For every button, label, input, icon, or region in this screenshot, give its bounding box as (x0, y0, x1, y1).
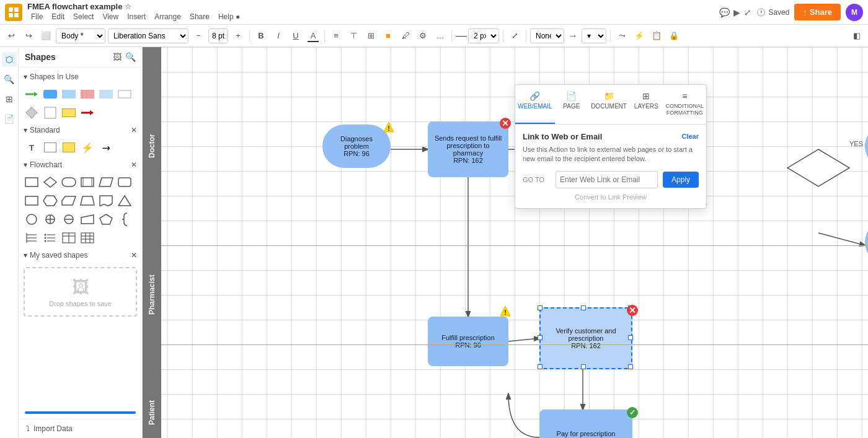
share-button[interactable]: ↑ Share (794, 4, 841, 20)
node-continue-prescription[interactable]: Continue prescriptionRPN: 96 (865, 125, 868, 168)
menu-file[interactable]: File (27, 11, 46, 22)
shape-green-arrow[interactable] (24, 86, 40, 102)
std-text[interactable]: T (24, 139, 40, 155)
standard-section-header[interactable]: ▾ Standard ✕ (19, 123, 142, 137)
connection-style-select[interactable]: None (530, 28, 564, 43)
fc-manual[interactable] (79, 211, 95, 227)
fc-triangle[interactable] (117, 193, 133, 209)
lock-btn[interactable]: 🔒 (666, 28, 681, 43)
fc-diamond[interactable] (42, 174, 58, 190)
std-lightning[interactable]: ⚡ (79, 139, 95, 155)
line-style-preview[interactable]: — (456, 29, 467, 42)
node-sends-request[interactable]: Sends request to fulfill prescription to… (428, 121, 508, 177)
standard-close-btn[interactable]: ✕ (131, 126, 137, 134)
text-align-btn[interactable]: ⊤ (346, 28, 361, 43)
popup-clear-btn[interactable]: Clear (681, 133, 699, 140)
shape-rect-ltblue[interactable] (98, 86, 114, 102)
fc-parallelogram[interactable] (98, 174, 114, 190)
std-yellow[interactable] (61, 139, 77, 155)
menu-help[interactable]: Help ● (215, 11, 244, 22)
right-panel-toggle[interactable]: ◧ (849, 28, 864, 43)
bold-button[interactable]: B (254, 28, 268, 43)
fc-brace-l[interactable] (117, 211, 133, 227)
edit-style-btn[interactable]: ⚙ (415, 28, 430, 43)
handle-tl[interactable] (538, 305, 542, 310)
import-data-btn[interactable]: ⤵ Import Data (19, 419, 142, 438)
tab-document[interactable]: 📁 DOCUMENT (588, 85, 629, 124)
fc-cross[interactable] (42, 211, 58, 227)
canvas[interactable]: Doctor Pharmacist Patient (143, 47, 868, 438)
fc-pentagon[interactable] (98, 211, 114, 227)
fc-table[interactable] (61, 230, 77, 246)
sidebar-icon-search[interactable]: 🔍 (2, 72, 17, 87)
resize-btn[interactable]: ⤢ (507, 28, 522, 43)
fc-trapezoid[interactable] (79, 193, 95, 209)
std-rect[interactable] (42, 139, 58, 155)
fc-rounded-rect[interactable] (117, 174, 133, 190)
fc-rect3[interactable] (24, 193, 40, 209)
shape-square-outline[interactable] (42, 105, 58, 121)
shape-rect-blue[interactable] (61, 86, 77, 102)
goto-input[interactable] (556, 171, 658, 188)
shapes-image-icon[interactable]: 🖼 (113, 52, 122, 62)
node-diagnoses-problem[interactable]: Diagnoses problemRPN: 96 (322, 125, 391, 168)
tab-conditional[interactable]: ≡ CONDITIONALFORMATTING (663, 85, 706, 124)
redo-button[interactable]: ↪ (21, 28, 36, 43)
menu-view[interactable]: View (99, 11, 122, 22)
font-select[interactable]: Liberation Sans (108, 28, 188, 43)
flowchart-section-header[interactable]: ▾ Flowchart ✕ (19, 158, 142, 172)
font-color-button[interactable]: A (306, 28, 321, 43)
menu-edit[interactable]: Edit (48, 11, 68, 22)
shape-round-rect-blue[interactable] (42, 86, 58, 102)
convert-link[interactable]: Convert to Link Preview (523, 193, 699, 201)
menu-select[interactable]: Select (69, 11, 97, 22)
fc-rect[interactable] (24, 174, 40, 190)
canvas-area[interactable]: Doctor Pharmacist Patient (143, 47, 868, 438)
menu-insert[interactable]: Insert (123, 11, 149, 22)
sidebar-icon-layers[interactable]: ⊞ (2, 92, 17, 107)
fc-list2[interactable] (42, 230, 58, 246)
font-plus-btn[interactable]: + (231, 28, 246, 43)
italic-button[interactable]: I (271, 28, 286, 43)
user-avatar[interactable]: M (846, 4, 863, 21)
table-btn[interactable]: ⊞ (363, 28, 378, 43)
std-arrow[interactable]: ↗ (98, 139, 114, 155)
tab-page[interactable]: 📄 PAGE (555, 85, 589, 124)
menu-arrange[interactable]: Arrange (151, 11, 185, 22)
handle-bc[interactable] (581, 364, 586, 369)
tab-layers[interactable]: ⊞ LAYERS (629, 85, 663, 124)
shapes-search-icon[interactable]: 🔍 (125, 52, 136, 62)
fc-list[interactable] (24, 230, 40, 246)
my-saved-close-btn[interactable]: ✕ (131, 251, 137, 260)
fc-rect2[interactable] (79, 174, 95, 190)
shape-red-arrow[interactable] (79, 105, 95, 121)
fc-stadium[interactable] (61, 174, 77, 190)
apply-button[interactable]: Apply (663, 172, 699, 188)
expand-icon[interactable]: ⤢ (744, 7, 751, 17)
drop-shapes-area[interactable]: 🖼 Drop shapes to save (24, 267, 137, 317)
node-fulfill-prescription[interactable]: Fulfill prescriptionRPN: 96 (428, 317, 508, 366)
handle-br[interactable] (628, 364, 633, 369)
shape-diamond[interactable] (24, 105, 40, 121)
more-btn[interactable]: … (433, 28, 448, 43)
font-minus-btn[interactable]: − (191, 28, 206, 43)
handle-ml[interactable] (538, 335, 542, 340)
font-size-input[interactable] (208, 28, 228, 43)
pointer-button[interactable]: ⬜ (38, 28, 53, 43)
snap-btn[interactable]: ⚡ (632, 28, 647, 43)
tab-web-email[interactable]: 🔗 WEB/EMAIL (515, 85, 555, 124)
fc-circle2[interactable] (61, 211, 77, 227)
align-left-btn[interactable]: ≡ (329, 28, 343, 43)
saved-btn[interactable]: 🕐 Saved (756, 8, 789, 17)
fc-table2[interactable] (79, 230, 95, 246)
line-color-btn[interactable]: 🖊 (398, 28, 413, 43)
fc-doc[interactable] (98, 193, 114, 209)
line-width-select[interactable]: 2 px (468, 28, 499, 43)
sidebar-icon-pages[interactable]: 📄 (2, 112, 17, 126)
star-icon[interactable]: ☆ (125, 2, 131, 11)
my-saved-shapes-header[interactable]: ▾ My saved shapes ✕ (19, 248, 142, 262)
sidebar-icon-shapes[interactable]: ⬡ (2, 52, 17, 67)
handle-tc[interactable] (581, 305, 586, 310)
style-select[interactable]: Body * (56, 28, 105, 43)
flowchart-close-btn[interactable]: ✕ (131, 160, 137, 169)
